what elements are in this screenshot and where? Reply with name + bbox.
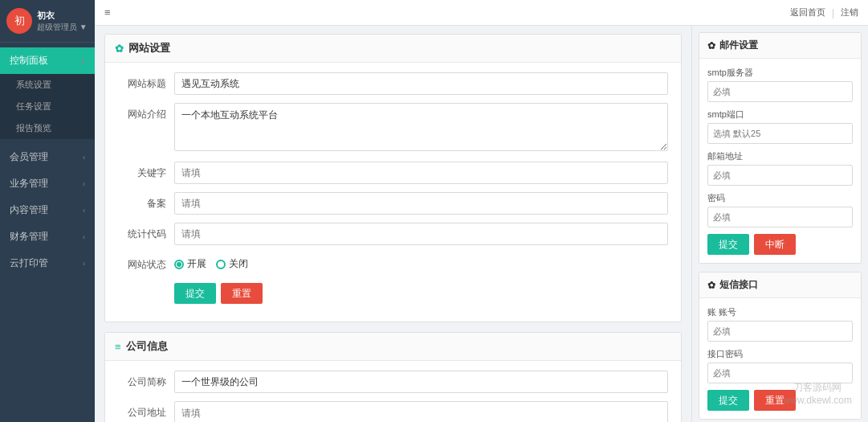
- email-btn-group: 提交 中断: [707, 234, 853, 255]
- gateway-btn-group: 提交 重置: [707, 390, 853, 411]
- sidebar-item-label-business: 业务管理: [10, 177, 48, 191]
- textarea-company-addr[interactable]: [174, 401, 668, 422]
- user-info: 初衣 超级管理员 ▼: [37, 10, 88, 33]
- sidebar-sub-item-system[interactable]: 系统设置: [0, 74, 95, 96]
- company-settings-card: ≡ 公司信息 公司简称 公司地址: [104, 332, 682, 422]
- input-keywords[interactable]: [174, 162, 668, 184]
- username-label: 初衣: [37, 10, 88, 22]
- input-smtp-server[interactable]: [707, 81, 853, 102]
- form-row-record: 备案: [118, 192, 668, 215]
- sidebar-item-label-members: 会员管理: [10, 150, 48, 164]
- input-password[interactable]: [707, 207, 853, 227]
- right-label-smtp-port: smtp端口: [707, 109, 853, 121]
- email-settings-title: 邮件设置: [719, 39, 758, 52]
- sidebar-item-dashboard[interactable]: 控制面板 ▾: [0, 47, 95, 74]
- website-save-button[interactable]: 提交: [174, 283, 216, 304]
- gateway-settings-section: ✿ 短信接口 账 账号 接口密码 提交 重置: [699, 272, 862, 420]
- form-row-buttons-website: 提交 重置: [118, 280, 668, 304]
- right-row-password: 密码: [707, 192, 853, 227]
- settings-icon: ✿: [115, 43, 124, 55]
- topbar: ≡ 返回首页 | 注销: [95, 0, 868, 26]
- home-button[interactable]: 返回首页: [790, 6, 825, 18]
- right-row-email-addr: 邮箱地址: [707, 150, 853, 186]
- website-settings-title: 网站设置: [128, 41, 170, 55]
- sidebar-menu: 控制面板 ▾ 系统设置 任务设置 报告预览 会员管理 ‹ 业务管理 ‹ 内容管理…: [0, 43, 95, 422]
- logout-button[interactable]: 注销: [841, 6, 858, 18]
- input-record[interactable]: [174, 192, 668, 215]
- form-row-description: 网站介绍 一个本地互动系统平台: [118, 103, 668, 154]
- email-save-button[interactable]: 提交: [707, 234, 749, 255]
- main-content: ✿ 网站设置 网站标题 网站介绍 一个本地互动系统平台: [95, 26, 691, 422]
- email-settings-header: ✿ 邮件设置: [699, 33, 861, 59]
- gateway-settings-header: ✿ 短信接口: [699, 272, 861, 298]
- sidebar-item-print[interactable]: 云打印管 ‹: [0, 250, 95, 277]
- label-company-name: 公司简称: [118, 371, 174, 389]
- company-settings-title: 公司信息: [126, 339, 168, 354]
- email-settings-section: ✿ 邮件设置 smtp服务器 smtp端口 邮箱地址: [699, 32, 862, 264]
- chevron-icon-print: ‹: [83, 260, 85, 268]
- input-account[interactable]: [707, 321, 853, 342]
- input-analytics[interactable]: [174, 223, 668, 245]
- gateway-settings-title: 短信接口: [719, 278, 758, 292]
- right-label-password: 密码: [707, 192, 853, 204]
- topbar-right: 返回首页 | 注销: [790, 6, 858, 18]
- form-row-analytics: 统计代码: [118, 223, 668, 245]
- main-area: ≡ 返回首页 | 注销 ✿ 网站设置 网站标题: [95, 0, 868, 422]
- input-email-addr[interactable]: [707, 165, 853, 186]
- website-settings-header: ✿ 网站设置: [105, 35, 681, 63]
- input-gateway-pwd[interactable]: [707, 363, 853, 383]
- radio-open[interactable]: 开展: [174, 257, 206, 271]
- radio-dot-close: [216, 260, 226, 269]
- sidebar-item-members[interactable]: 会员管理 ‹: [0, 144, 95, 170]
- chevron-icon-finance: ‹: [83, 233, 85, 241]
- input-company-name[interactable]: [174, 371, 668, 393]
- website-settings-body: 网站标题 网站介绍 一个本地互动系统平台 关键字: [105, 63, 681, 322]
- form-row-keywords: 关键字: [118, 162, 668, 184]
- sidebar-item-finance[interactable]: 财务管理 ‹: [0, 223, 95, 250]
- right-panel: ✿ 邮件设置 smtp服务器 smtp端口 邮箱地址: [691, 26, 868, 422]
- sidebar-sub-item-task[interactable]: 任务设置: [0, 96, 95, 117]
- radio-label-open: 开展: [187, 257, 206, 271]
- label-analytics: 统计代码: [118, 223, 174, 241]
- form-row-company-addr: 公司地址: [118, 401, 668, 422]
- label-keywords: 关键字: [118, 162, 174, 180]
- sidebar-item-label-content: 内容管理: [10, 203, 48, 217]
- label-status: 网站状态: [118, 253, 174, 272]
- right-label-email-addr: 邮箱地址: [707, 150, 853, 162]
- sidebar-sub-dashboard: 系统设置 任务设置 报告预览: [0, 74, 95, 139]
- label-website-title: 网站标题: [118, 72, 174, 91]
- sidebar-item-content[interactable]: 内容管理 ‹: [0, 197, 95, 223]
- form-row-status: 网站状态 开展 关闭: [118, 253, 668, 272]
- input-smtp-port[interactable]: [707, 123, 853, 144]
- gateway-settings-icon: ✿: [707, 280, 715, 291]
- gateway-settings-body: 账 账号 接口密码 提交 重置: [699, 298, 861, 419]
- website-settings-card: ✿ 网站设置 网站标题 网站介绍 一个本地互动系统平台: [104, 34, 682, 322]
- email-settings-icon: ✿: [707, 40, 715, 51]
- website-reset-button[interactable]: 重置: [221, 283, 263, 304]
- sidebar-header: 初 初衣 超级管理员 ▼: [0, 0, 95, 43]
- sidebar-item-label-print: 云打印管: [10, 256, 48, 270]
- gateway-reset-button[interactable]: 重置: [754, 390, 796, 411]
- form-row-company-name: 公司简称: [118, 371, 668, 393]
- sidebar: 初 初衣 超级管理员 ▼ 控制面板 ▾ 系统设置 任务设置 报告预览 会员管理 …: [0, 0, 95, 422]
- label-company-addr: 公司地址: [118, 401, 174, 420]
- role-label: 超级管理员 ▼: [37, 22, 88, 33]
- right-label-smtp-server: smtp服务器: [707, 67, 853, 79]
- radio-group-status: 开展 关闭: [174, 253, 668, 271]
- chevron-icon-business: ‹: [83, 180, 85, 188]
- email-settings-body: smtp服务器 smtp端口 邮箱地址 密码: [699, 59, 861, 263]
- sidebar-sub-item-report[interactable]: 报告预览: [0, 117, 95, 139]
- right-row-gateway-pwd: 接口密码: [707, 348, 853, 383]
- input-website-title[interactable]: [174, 72, 668, 95]
- content-area: ✿ 网站设置 网站标题 网站介绍 一个本地互动系统平台: [95, 26, 868, 422]
- label-website-desc: 网站介绍: [118, 103, 174, 121]
- right-row-smtp-server: smtp服务器: [707, 67, 853, 102]
- gateway-save-button[interactable]: 提交: [707, 390, 749, 411]
- chevron-icon-dashboard: ▾: [81, 57, 85, 65]
- avatar: 初: [6, 8, 32, 34]
- sidebar-item-business[interactable]: 业务管理 ‹: [0, 170, 95, 197]
- company-settings-body: 公司简称 公司地址 邮箱地址: [105, 361, 681, 422]
- textarea-website-desc[interactable]: 一个本地互动系统平台: [174, 103, 668, 151]
- email-reset-button[interactable]: 中断: [754, 234, 796, 255]
- radio-close[interactable]: 关闭: [216, 257, 248, 271]
